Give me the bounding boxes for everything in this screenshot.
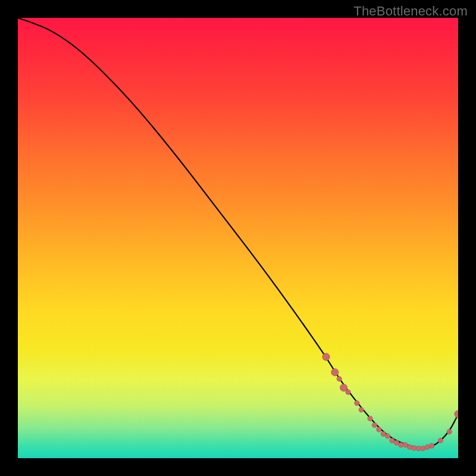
curve-marker: [438, 438, 443, 443]
curve-marker: [394, 440, 399, 445]
curve-marker: [421, 446, 425, 451]
curve-marker: [331, 369, 339, 376]
curve-marker: [322, 353, 330, 361]
curve-marker: [407, 444, 412, 449]
curve-marker: [337, 377, 342, 381]
curve-marker: [425, 444, 430, 449]
curve-marker: [355, 400, 359, 405]
bottleneck-curve: [18, 18, 458, 448]
curve-marker: [340, 384, 347, 391]
chart-root: TheBottleneck.com: [0, 0, 476, 476]
curve-marker: [390, 438, 394, 443]
curve-marker: [381, 431, 386, 436]
curve-svg: [18, 18, 458, 458]
marker-group: [322, 353, 458, 451]
curve-marker: [359, 407, 364, 412]
curve-marker: [385, 434, 390, 439]
curve-marker: [377, 427, 381, 432]
curve-marker: [403, 443, 408, 447]
curve-marker: [455, 411, 458, 418]
curve-marker: [447, 429, 452, 434]
curve-marker: [372, 422, 377, 427]
curve-marker: [429, 443, 434, 448]
attribution-label: TheBottleneck.com: [353, 4, 468, 19]
plot-area: [18, 18, 458, 458]
curve-marker: [368, 416, 372, 421]
curve-marker: [412, 446, 416, 450]
